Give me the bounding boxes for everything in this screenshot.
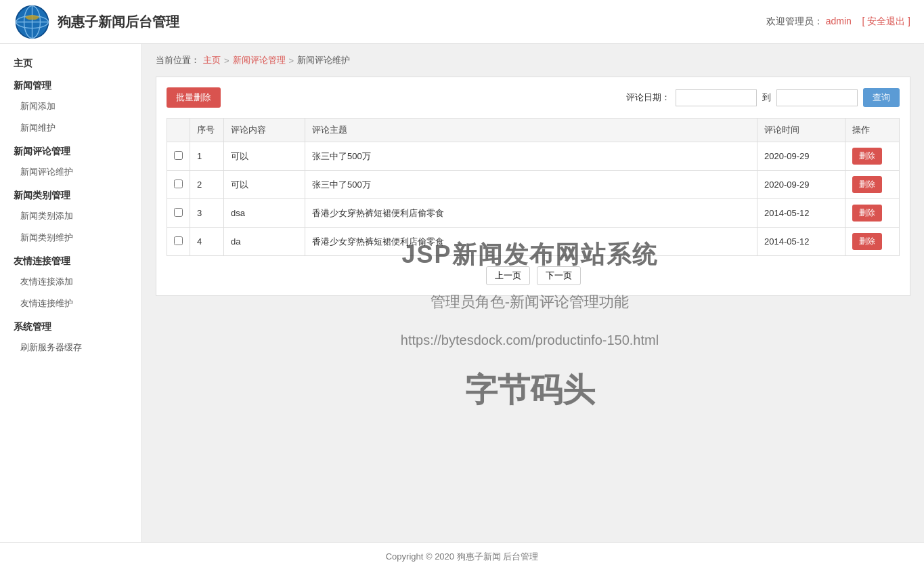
table-header-seq: 序号 (190, 119, 224, 142)
date-filter-label: 评论日期： (626, 91, 670, 104)
date-to-label: 到 (762, 91, 771, 104)
row-time: 2014-05-12 (757, 199, 845, 228)
table-header-check (167, 119, 190, 142)
row-time: 2020-09-29 (757, 142, 845, 171)
row-checkbox[interactable] (174, 180, 183, 188)
welcome-area: 欢迎管理员： admin [ 安全退出 ] (766, 16, 910, 28)
row-seq: 3 (190, 199, 224, 228)
row-op: 删除 (845, 228, 900, 256)
breadcrumb-sep2: > (289, 56, 294, 66)
logo-text: 狗惠子新闻后台管理 (58, 13, 179, 31)
breadcrumb-parent[interactable]: 新闻评论管理 (233, 54, 286, 66)
row-checkbox[interactable] (174, 151, 183, 160)
welcome-label: 欢迎管理员： (766, 16, 823, 26)
prev-page-button[interactable]: 上一页 (486, 266, 530, 285)
row-content: dsa (224, 199, 305, 228)
table-header-op: 操作 (845, 119, 900, 142)
logo-area: 狗惠子新闻后台管理 (14, 3, 179, 41)
row-op: 删除 (845, 199, 900, 228)
pagination: 上一页 下一页 (167, 266, 900, 285)
footer: Copyright © 2020 狗惠子新闻 后台管理 (0, 542, 924, 569)
row-checkbox[interactable] (174, 236, 183, 245)
row-checkbox-cell (167, 228, 190, 256)
row-checkbox[interactable] (174, 208, 183, 217)
toolbar: 批量删除 评论日期： 到 查询 (167, 87, 900, 108)
row-subject: 张三中了500万 (305, 142, 757, 171)
sidebar: 主页 新闻管理 新闻添加 新闻维护 新闻评论管理 新闻评论维护 新闻类别管理 新… (0, 44, 142, 542)
table-header-time: 评论时间 (757, 119, 845, 142)
row-checkbox-cell (167, 199, 190, 228)
row-subject: 香港少女穿热裤短裙便利店偷零食 (305, 228, 757, 256)
row-seq: 4 (190, 228, 224, 256)
row-checkbox-cell (167, 142, 190, 171)
sidebar-category-comment: 新闻评论管理 (0, 139, 141, 161)
breadcrumb-sep1: > (224, 56, 229, 66)
table-row: 3 dsa 香港少女穿热裤短裙便利店偷零食 2014-05-12 删除 (167, 199, 900, 228)
table-header-subject: 评论主题 (305, 119, 757, 142)
row-seq: 1 (190, 142, 224, 171)
delete-button[interactable]: 删除 (852, 233, 882, 250)
row-seq: 2 (190, 171, 224, 199)
row-content: 可以 (224, 142, 305, 171)
batch-delete-button[interactable]: 批量删除 (167, 87, 221, 108)
date-from-input[interactable] (676, 89, 757, 106)
row-content: da (224, 228, 305, 256)
breadcrumb: 当前位置： 主页 > 新闻评论管理 > 新闻评论维护 (156, 54, 910, 66)
table-row: 1 可以 张三中了500万 2020-09-29 删除 (167, 142, 900, 171)
date-filter: 评论日期： 到 查询 (626, 88, 900, 107)
footer-text: Copyright © 2020 狗惠子新闻 后台管理 (386, 551, 539, 562)
sidebar-item-refresh-cache[interactable]: 刷新服务器缓存 (0, 337, 141, 358)
breadcrumb-page: 新闻评论维护 (297, 54, 350, 66)
sidebar-item-news-add[interactable]: 新闻添加 (0, 96, 141, 117)
table-header-content: 评论内容 (224, 119, 305, 142)
sidebar-item-link-add[interactable]: 友情连接添加 (0, 271, 141, 293)
table-row: 4 da 香港少女穿热裤短裙便利店偷零食 2014-05-12 删除 (167, 228, 900, 256)
sidebar-category-news: 新闻管理 (0, 73, 141, 96)
sidebar-category-home[interactable]: 主页 (0, 51, 141, 73)
date-to-input[interactable] (776, 89, 858, 106)
next-page-button[interactable]: 下一页 (537, 266, 581, 285)
content-box: 批量删除 评论日期： 到 查询 序号 评论内容 评论主题 (156, 77, 910, 296)
comments-table: 序号 评论内容 评论主题 评论时间 操作 1 可以 张三中了500万 2020-… (167, 118, 900, 256)
sidebar-item-newstype-add[interactable]: 新闻类别添加 (0, 205, 141, 227)
row-time: 2014-05-12 (757, 228, 845, 256)
sidebar-category-link: 友情连接管理 (0, 249, 141, 271)
row-subject: 香港少女穿热裤短裙便利店偷零食 (305, 199, 757, 228)
admin-link[interactable]: admin (826, 16, 852, 26)
delete-button[interactable]: 删除 (852, 205, 882, 222)
row-checkbox-cell (167, 171, 190, 199)
sidebar-item-news-maintain[interactable]: 新闻维护 (0, 117, 141, 139)
sidebar-item-comment-maintain[interactable]: 新闻评论维护 (0, 161, 141, 183)
logout-link[interactable]: [ 安全退出 ] (862, 16, 910, 26)
breadcrumb-home[interactable]: 主页 (203, 54, 221, 66)
row-op: 删除 (845, 142, 900, 171)
sidebar-category-system: 系统管理 (0, 314, 141, 337)
delete-button[interactable]: 删除 (852, 176, 882, 193)
row-subject: 张三中了500万 (305, 171, 757, 199)
sidebar-category-newstype: 新闻类别管理 (0, 183, 141, 205)
row-op: 删除 (845, 171, 900, 199)
delete-button[interactable]: 删除 (852, 148, 882, 165)
logo-icon (14, 3, 51, 41)
row-time: 2020-09-29 (757, 171, 845, 199)
row-content: 可以 (224, 171, 305, 199)
table-row: 2 可以 张三中了500万 2020-09-29 删除 (167, 171, 900, 199)
sidebar-item-link-maintain[interactable]: 友情连接维护 (0, 293, 141, 314)
main-content: 当前位置： 主页 > 新闻评论管理 > 新闻评论维护 批量删除 评论日期： 到 … (142, 44, 924, 542)
breadcrumb-current-label: 当前位置： (156, 54, 200, 66)
sidebar-item-newstype-maintain[interactable]: 新闻类别维护 (0, 227, 141, 249)
query-button[interactable]: 查询 (863, 88, 900, 107)
